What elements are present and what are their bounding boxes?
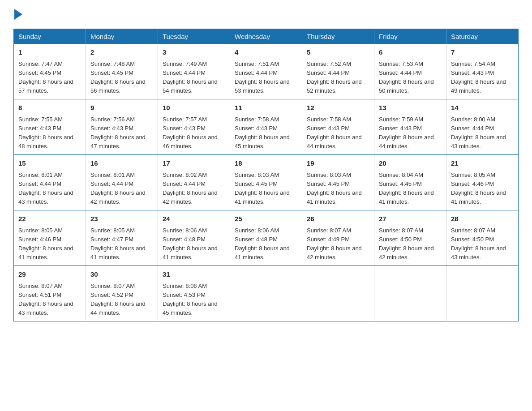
calendar-header-row: SundayMondayTuesdayWednesdayThursdayFrid… [14,29,519,44]
calendar-cell: 31 Sunrise: 8:08 AMSunset: 4:53 PMDaylig… [158,266,230,321]
day-number: 17 [163,158,225,169]
day-number: 5 [307,47,369,58]
day-info: Sunrise: 7:54 AMSunset: 4:43 PMDaylight:… [451,60,506,94]
calendar-cell: 30 Sunrise: 8:07 AMSunset: 4:52 PMDaylig… [86,266,158,321]
calendar-cell: 16 Sunrise: 8:01 AMSunset: 4:44 PMDaylig… [86,155,158,210]
calendar-cell: 27 Sunrise: 8:07 AMSunset: 4:50 PMDaylig… [374,210,446,266]
day-number: 14 [451,103,514,113]
day-info: Sunrise: 8:00 AMSunset: 4:44 PMDaylight:… [451,116,506,150]
day-number: 4 [235,47,297,58]
calendar-cell: 21 Sunrise: 8:05 AMSunset: 4:46 PMDaylig… [446,155,519,210]
calendar-cell: 22 Sunrise: 8:05 AMSunset: 4:46 PMDaylig… [14,210,86,266]
calendar-week-row: 22 Sunrise: 8:05 AMSunset: 4:46 PMDaylig… [14,210,519,266]
day-info: Sunrise: 8:01 AMSunset: 4:44 PMDaylight:… [90,171,146,205]
calendar-cell: 18 Sunrise: 8:03 AMSunset: 4:45 PMDaylig… [230,155,302,210]
calendar-cell: 11 Sunrise: 7:58 AMSunset: 4:43 PMDaylig… [230,99,302,155]
calendar-cell: 24 Sunrise: 8:06 AMSunset: 4:48 PMDaylig… [158,210,230,266]
calendar-cell: 4 Sunrise: 7:51 AMSunset: 4:44 PMDayligh… [230,44,302,99]
day-info: Sunrise: 8:02 AMSunset: 4:44 PMDaylight:… [163,171,218,205]
day-number: 19 [307,158,369,169]
day-info: Sunrise: 7:48 AMSunset: 4:45 PMDaylight:… [90,60,146,94]
day-info: Sunrise: 8:07 AMSunset: 4:52 PMDaylight:… [90,283,146,316]
day-info: Sunrise: 7:57 AMSunset: 4:43 PMDaylight:… [163,116,218,150]
day-info: Sunrise: 8:05 AMSunset: 4:46 PMDaylight:… [18,227,73,261]
day-number: 22 [18,214,81,224]
day-number: 15 [18,158,81,169]
day-number: 16 [90,158,153,169]
day-number: 25 [235,214,297,224]
day-of-week-header: Thursday [302,29,374,44]
day-number: 8 [18,103,81,113]
day-number: 26 [307,214,369,224]
day-info: Sunrise: 8:07 AMSunset: 4:50 PMDaylight:… [379,227,434,261]
day-number: 23 [90,214,153,224]
calendar-week-row: 1 Sunrise: 7:47 AMSunset: 4:45 PMDayligh… [14,44,519,99]
logo [13,9,22,20]
calendar-cell: 2 Sunrise: 7:48 AMSunset: 4:45 PMDayligh… [86,44,158,99]
day-info: Sunrise: 8:08 AMSunset: 4:53 PMDaylight:… [163,283,218,316]
calendar-cell: 25 Sunrise: 8:06 AMSunset: 4:48 PMDaylig… [230,210,302,266]
day-info: Sunrise: 7:51 AMSunset: 4:44 PMDaylight:… [235,60,290,94]
day-of-week-header: Friday [374,29,446,44]
calendar-cell: 1 Sunrise: 7:47 AMSunset: 4:45 PMDayligh… [14,44,86,99]
calendar-cell: 6 Sunrise: 7:53 AMSunset: 4:44 PMDayligh… [374,44,446,99]
day-info: Sunrise: 8:07 AMSunset: 4:50 PMDaylight:… [451,227,506,261]
day-info: Sunrise: 7:52 AMSunset: 4:44 PMDaylight:… [307,60,362,94]
day-number: 3 [163,47,225,58]
day-number: 20 [379,158,442,169]
day-number: 13 [379,103,442,113]
day-number: 7 [451,47,514,58]
calendar-cell: 10 Sunrise: 7:57 AMSunset: 4:43 PMDaylig… [158,99,230,155]
day-number: 18 [235,158,297,169]
day-number: 6 [379,47,442,58]
calendar-cell: 12 Sunrise: 7:58 AMSunset: 4:43 PMDaylig… [302,99,374,155]
calendar-cell: 13 Sunrise: 7:59 AMSunset: 4:43 PMDaylig… [374,99,446,155]
day-of-week-header: Monday [86,29,158,44]
day-info: Sunrise: 7:47 AMSunset: 4:45 PMDaylight:… [18,60,73,94]
calendar-week-row: 8 Sunrise: 7:55 AMSunset: 4:43 PMDayligh… [14,99,519,155]
day-info: Sunrise: 8:05 AMSunset: 4:46 PMDaylight:… [451,171,506,205]
calendar-cell: 9 Sunrise: 7:56 AMSunset: 4:43 PMDayligh… [86,99,158,155]
day-number: 10 [163,103,225,113]
day-info: Sunrise: 8:07 AMSunset: 4:49 PMDaylight:… [307,227,362,261]
day-of-week-header: Wednesday [230,29,302,44]
day-number: 11 [235,103,297,113]
day-of-week-header: Sunday [14,29,86,44]
calendar-cell: 15 Sunrise: 8:01 AMSunset: 4:44 PMDaylig… [14,155,86,210]
day-info: Sunrise: 7:49 AMSunset: 4:44 PMDaylight:… [163,60,218,94]
day-of-week-header: Saturday [446,29,519,44]
calendar-week-row: 15 Sunrise: 8:01 AMSunset: 4:44 PMDaylig… [14,155,519,210]
calendar-cell [374,266,446,321]
day-number: 1 [18,47,81,58]
day-number: 21 [451,158,514,169]
calendar-cell: 29 Sunrise: 8:07 AMSunset: 4:51 PMDaylig… [14,266,86,321]
calendar-cell [446,266,519,321]
calendar-week-row: 29 Sunrise: 8:07 AMSunset: 4:51 PMDaylig… [14,266,519,321]
day-info: Sunrise: 8:06 AMSunset: 4:48 PMDaylight:… [163,227,218,261]
calendar-cell: 19 Sunrise: 8:03 AMSunset: 4:45 PMDaylig… [302,155,374,210]
day-info: Sunrise: 8:06 AMSunset: 4:48 PMDaylight:… [235,227,290,261]
calendar-cell: 3 Sunrise: 7:49 AMSunset: 4:44 PMDayligh… [158,44,230,99]
calendar-cell: 23 Sunrise: 8:05 AMSunset: 4:47 PMDaylig… [86,210,158,266]
day-info: Sunrise: 7:55 AMSunset: 4:43 PMDaylight:… [18,116,73,150]
day-info: Sunrise: 8:03 AMSunset: 4:45 PMDaylight:… [307,171,362,205]
day-number: 31 [163,270,225,280]
day-of-week-header: Tuesday [158,29,230,44]
calendar-cell: 17 Sunrise: 8:02 AMSunset: 4:44 PMDaylig… [158,155,230,210]
calendar-table: SundayMondayTuesdayWednesdayThursdayFrid… [13,29,519,321]
logo-triangle-icon [14,9,22,20]
day-info: Sunrise: 7:59 AMSunset: 4:43 PMDaylight:… [379,116,434,150]
calendar-cell [302,266,374,321]
day-number: 2 [90,47,153,58]
calendar-cell: 14 Sunrise: 8:00 AMSunset: 4:44 PMDaylig… [446,99,519,155]
day-info: Sunrise: 7:56 AMSunset: 4:43 PMDaylight:… [90,116,146,150]
day-number: 12 [307,103,369,113]
page-header [13,9,519,20]
day-number: 24 [163,214,225,224]
calendar-cell: 7 Sunrise: 7:54 AMSunset: 4:43 PMDayligh… [446,44,519,99]
day-number: 29 [18,270,81,280]
day-number: 30 [90,270,153,280]
calendar-cell: 20 Sunrise: 8:04 AMSunset: 4:45 PMDaylig… [374,155,446,210]
day-info: Sunrise: 8:05 AMSunset: 4:47 PMDaylight:… [90,227,146,261]
calendar-cell: 8 Sunrise: 7:55 AMSunset: 4:43 PMDayligh… [14,99,86,155]
